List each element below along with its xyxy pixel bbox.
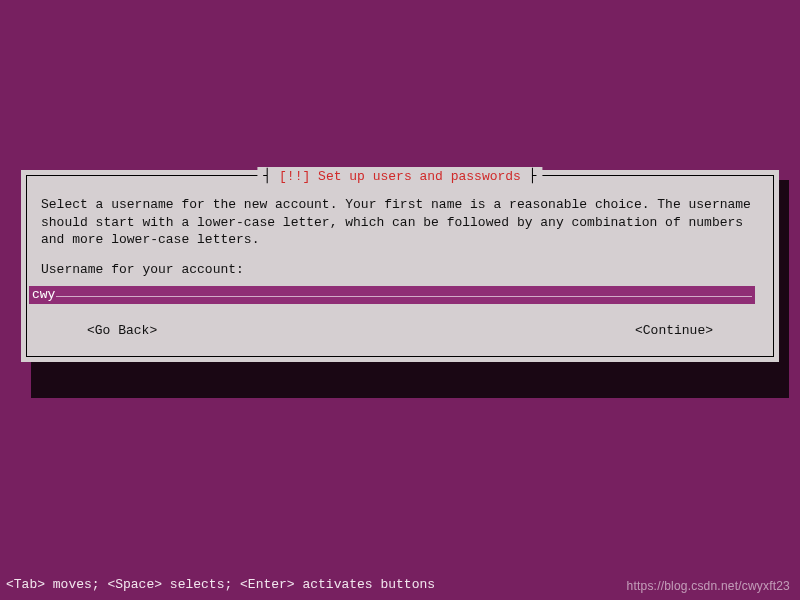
title-rule-right: ├ [521, 168, 537, 183]
continue-button[interactable]: <Continue> [635, 322, 713, 340]
title-text: Set up users and passwords [318, 169, 521, 184]
dialog-panel: ┤ [!!] Set up users and passwords ├ Sele… [21, 170, 779, 362]
instruction-text: Select a username for the new account. Y… [41, 196, 759, 249]
go-back-button[interactable]: <Go Back> [87, 322, 157, 340]
username-input[interactable]: cwy [29, 286, 755, 304]
watermark-text: https://blog.csdn.net/cwyxft23 [627, 578, 790, 594]
dialog-frame: ┤ [!!] Set up users and passwords ├ Sele… [26, 175, 774, 357]
dialog-container: ┤ [!!] Set up users and passwords ├ Sele… [21, 170, 779, 362]
title-prefix: [!!] [279, 169, 318, 184]
username-value: cwy [32, 286, 55, 304]
input-underline [56, 296, 752, 297]
footer-hint: <Tab> moves; <Space> selects; <Enter> ac… [6, 576, 435, 594]
title-rule-left: ┤ [263, 168, 279, 183]
dialog-actions: <Go Back> <Continue> [41, 322, 759, 342]
username-label: Username for your account: [41, 261, 759, 279]
dialog-title: ┤ [!!] Set up users and passwords ├ [257, 167, 542, 186]
